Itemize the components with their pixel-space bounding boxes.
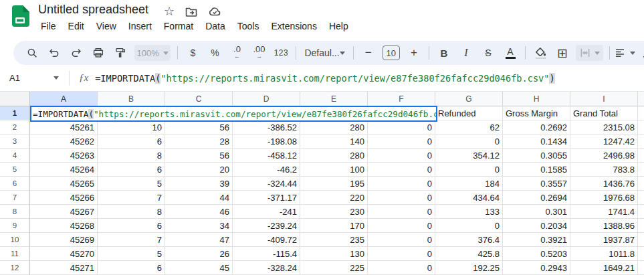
cell[interactable]: 26 <box>165 247 233 261</box>
cell[interactable]: -409.72 <box>233 233 300 247</box>
cell[interactable]: 0.5203 <box>503 247 570 261</box>
print-button[interactable] <box>88 43 109 62</box>
row-header-6[interactable]: 6 <box>0 177 30 191</box>
cell[interactable]: 0 <box>368 149 435 163</box>
cell[interactable]: -371.17 <box>233 191 300 205</box>
decrease-font-size-button[interactable]: − <box>358 43 379 62</box>
cell[interactable]: 0.2034 <box>503 219 570 233</box>
column-header-G[interactable]: G <box>435 92 503 106</box>
cell[interactable]: 140 <box>300 134 368 149</box>
cell[interactable]: 62 <box>435 120 503 134</box>
cell[interactable]: 45268 <box>30 219 98 233</box>
cell-edit-box[interactable]: =IMPORTDATA("https://reports.mirasvit.co… <box>30 106 437 122</box>
zoom-select[interactable]: 100% <box>134 45 171 61</box>
cell[interactable]: 7 <box>98 233 165 247</box>
cell[interactable]: 0.301 <box>503 205 570 219</box>
bold-button[interactable]: B <box>433 43 455 62</box>
select-all-corner[interactable] <box>0 92 30 106</box>
cell[interactable]: 39 <box>165 177 233 191</box>
cell[interactable]: 425.8 <box>435 247 503 261</box>
cell[interactable]: 1649.21 <box>570 261 638 275</box>
cell[interactable]: 376.4 <box>435 233 503 247</box>
cell[interactable]: 133 <box>435 205 503 219</box>
cell[interactable]: 45267 <box>30 205 98 219</box>
cell[interactable]: Gross Margin <box>503 106 570 120</box>
row-header-10[interactable]: 10 <box>0 233 30 247</box>
number-format-button[interactable]: 123 <box>270 43 292 62</box>
cell[interactable]: 5 <box>98 247 165 261</box>
cell[interactable]: 230 <box>300 205 368 219</box>
cell[interactable]: 56 <box>165 120 233 134</box>
cell[interactable]: 0.3055 <box>503 149 570 163</box>
cell[interactable]: -458.12 <box>233 149 300 163</box>
cell[interactable]: 0.3557 <box>503 177 570 191</box>
menu-item-tools[interactable]: Tools <box>231 19 265 33</box>
name-box[interactable]: A1 <box>9 73 59 83</box>
cell[interactable]: 8 <box>98 205 165 219</box>
cell[interactable]: 45261 <box>30 120 98 134</box>
menu-item-format[interactable]: Format <box>158 19 199 33</box>
cell[interactable]: 0 <box>368 177 435 191</box>
cell[interactable]: -241 <box>233 205 300 219</box>
horizontal-align-button[interactable] <box>614 43 635 62</box>
format-currency-button[interactable]: $ <box>182 43 203 62</box>
cell[interactable]: 220 <box>300 191 368 205</box>
cell[interactable]: 6 <box>98 219 165 233</box>
cell[interactable]: 45266 <box>30 191 98 205</box>
menu-item-edit[interactable]: Edit <box>62 19 90 33</box>
cell[interactable]: 0 <box>368 261 435 275</box>
cell[interactable]: 45 <box>165 261 233 275</box>
row-header-2[interactable]: 2 <box>0 120 30 134</box>
row-header-3[interactable]: 3 <box>0 134 30 149</box>
cell[interactable]: 1436.76 <box>570 177 638 191</box>
cell[interactable]: 0 <box>368 233 435 247</box>
cloud-saved-icon[interactable] <box>208 5 221 18</box>
cell[interactable]: 0 <box>368 219 435 233</box>
cell[interactable]: 45263 <box>30 149 98 163</box>
redo-button[interactable] <box>66 43 87 62</box>
cell[interactable]: 0 <box>368 163 435 177</box>
merge-cells-button[interactable] <box>576 45 603 61</box>
cell[interactable]: -328.24 <box>233 261 300 275</box>
cell[interactable]: 6 <box>98 261 165 275</box>
row-header-1[interactable]: 1 <box>0 106 30 120</box>
cell[interactable]: 184 <box>435 177 503 191</box>
document-title[interactable]: Untitled spreadsheet <box>38 3 148 17</box>
cell[interactable]: 0.1585 <box>503 163 570 177</box>
cell[interactable]: -324.44 <box>233 177 300 191</box>
cell[interactable]: Grand Total <box>570 106 638 120</box>
increase-decimal-button[interactable]: .00 → <box>248 43 270 62</box>
cell[interactable]: 45262 <box>30 134 98 149</box>
text-color-button[interactable]: A <box>500 43 521 62</box>
star-icon[interactable]: ☆ <box>164 5 175 17</box>
formula-input[interactable]: =IMPORTDATA("https://reports.mirasvit.co… <box>95 73 554 84</box>
cell[interactable]: 0.3921 <box>503 233 570 247</box>
cell[interactable]: 45264 <box>30 163 98 177</box>
column-header-C[interactable]: C <box>165 92 233 106</box>
borders-button[interactable]: ⊞ <box>552 43 573 62</box>
cell[interactable]: 0 <box>435 219 503 233</box>
column-header-A[interactable]: A <box>30 92 98 106</box>
cell[interactable]: 46 <box>165 205 233 219</box>
cell[interactable]: 130 <box>300 247 368 261</box>
cell[interactable]: 7 <box>98 191 165 205</box>
cell[interactable]: 1976.68 <box>570 191 638 205</box>
cell[interactable]: 280 <box>300 120 368 134</box>
cell[interactable]: 10 <box>98 120 165 134</box>
row-header-5[interactable]: 5 <box>0 163 30 177</box>
cell[interactable]: Refunded <box>435 106 503 120</box>
cell[interactable]: 47 <box>165 233 233 247</box>
row-header-4[interactable]: 4 <box>0 149 30 163</box>
cell[interactable]: 20 <box>165 163 233 177</box>
cell[interactable]: 44 <box>165 191 233 205</box>
italic-button[interactable]: I <box>455 43 477 62</box>
cell[interactable]: 0 <box>368 191 435 205</box>
cell[interactable]: 34 <box>165 219 233 233</box>
cell[interactable]: -239.24 <box>233 219 300 233</box>
search-button[interactable] <box>21 43 43 62</box>
cell[interactable]: 170 <box>300 219 368 233</box>
row-header-11[interactable]: 11 <box>0 247 30 261</box>
fill-color-button[interactable] <box>530 43 551 62</box>
column-header-F[interactable]: F <box>368 92 435 106</box>
cell[interactable]: 0 <box>368 120 435 134</box>
